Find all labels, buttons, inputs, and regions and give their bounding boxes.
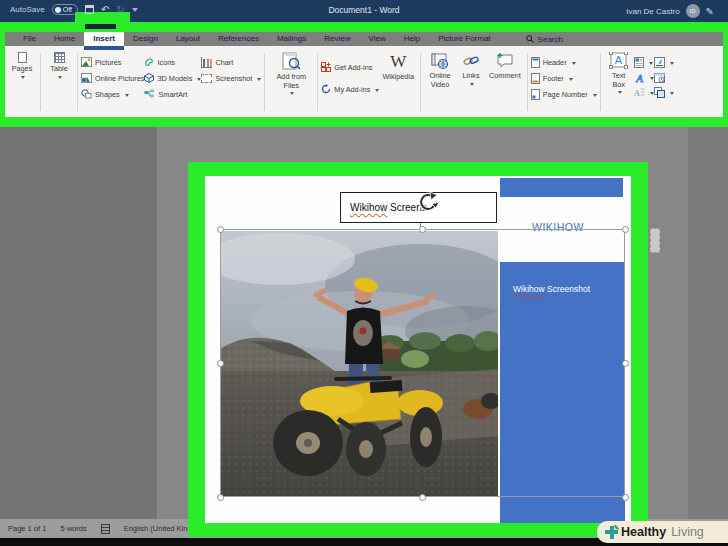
highlight-band-right — [723, 22, 728, 127]
redo-icon[interactable]: ↻ — [116, 5, 124, 15]
chevron-down-icon — [593, 94, 597, 97]
autosave-toggle[interactable]: Off — [52, 4, 78, 15]
document-page[interactable]: Wikihow Screens WIKIHOW — [205, 176, 631, 523]
date-time-button[interactable] — [654, 71, 674, 83]
header-button[interactable]: Header — [531, 56, 597, 68]
object-anchor-marker — [650, 228, 660, 253]
page-indicator[interactable]: Page 1 of 1 — [8, 524, 46, 533]
editing-pen-icon[interactable]: ✎ — [706, 6, 714, 17]
3d-models-icon — [144, 73, 154, 83]
drop-cap-button[interactable]: A — [634, 86, 654, 98]
quick-access-toolbar: AutoSave Off ↶ ↻ — [10, 4, 138, 15]
pages-button[interactable]: Pages — [7, 49, 37, 115]
tab-review[interactable]: Review — [315, 32, 359, 46]
avatar[interactable]: ID — [686, 4, 700, 18]
textbox-text-misspelled: Wikihow — [350, 202, 387, 213]
search-label: Search — [538, 35, 563, 44]
wikipedia-button[interactable]: W Wikipedia — [379, 49, 417, 115]
tab-mailings[interactable]: Mailings — [268, 32, 315, 46]
chevron-down-icon — [257, 78, 261, 81]
header-icon — [531, 57, 540, 68]
selection-handle-bottom-center[interactable] — [419, 494, 426, 501]
object-button[interactable] — [654, 86, 674, 98]
svg-text:A: A — [634, 88, 641, 98]
text-box-button[interactable]: A Text Box — [604, 49, 634, 115]
svg-text:A: A — [635, 72, 643, 83]
selection-handle-bottom-left[interactable] — [217, 494, 224, 501]
links-button[interactable]: Links — [456, 49, 486, 115]
selection-handle-top-right[interactable] — [622, 226, 629, 233]
table-button[interactable]: Table — [44, 49, 74, 115]
illustrations-col1: Pictures Online Pictures Shapes — [81, 49, 144, 115]
tab-design[interactable]: Design — [124, 32, 167, 46]
chevron-down-icon — [21, 76, 25, 79]
add-from-files-button[interactable]: Add from Files — [268, 49, 314, 115]
document-highlight-frame: Wikihow Screens WIKIHOW — [188, 162, 648, 537]
selection-handle-top-center[interactable] — [419, 226, 426, 233]
quick-parts-button[interactable] — [634, 56, 654, 68]
tab-help[interactable]: Help — [395, 32, 429, 46]
autosave-state: Off — [63, 6, 72, 13]
my-addins-button[interactable]: My Add-ins — [321, 83, 379, 95]
chevron-down-icon — [670, 62, 674, 65]
wordart-button[interactable]: A — [634, 71, 654, 83]
chevron-down-icon — [125, 94, 129, 97]
3d-models-button[interactable]: 3D Models — [144, 72, 201, 84]
comment-button[interactable]: Comment — [486, 49, 524, 115]
get-addins-button[interactable]: Get Add-ins — [321, 61, 379, 73]
selection-handle-top-left[interactable] — [217, 226, 224, 233]
text-group-col2 — [654, 49, 674, 115]
tab-view[interactable]: View — [359, 32, 394, 46]
pictures-icon — [81, 57, 92, 67]
tab-insert[interactable]: Insert — [84, 32, 124, 46]
quick-parts-icon — [634, 57, 644, 68]
add-from-files-icon — [281, 52, 301, 71]
chevron-down-icon — [670, 92, 674, 95]
screenshot-button[interactable]: Screenshot — [201, 72, 261, 84]
footer-button[interactable]: Footer — [531, 72, 597, 84]
shapes-button[interactable]: Shapes — [81, 88, 144, 100]
page-number-button[interactable]: Page Number — [531, 88, 597, 100]
online-video-button[interactable]: Online Video — [424, 49, 456, 115]
chevron-down-icon — [649, 62, 653, 65]
customize-toolbar-caret-icon[interactable] — [132, 8, 138, 12]
tab-file[interactable]: File — [14, 32, 45, 46]
signature-line-button[interactable] — [654, 56, 674, 68]
save-icon[interactable] — [85, 5, 94, 14]
header-footer-col: Header Footer Page Number — [531, 49, 597, 115]
undo-icon[interactable]: ↶ — [101, 5, 109, 15]
selection-frame[interactable] — [220, 229, 625, 497]
comment-icon — [495, 52, 514, 70]
illustrations-col3: Chart Screenshot — [201, 49, 261, 115]
pictures-button[interactable]: Pictures — [81, 56, 144, 68]
chevron-down-icon — [618, 91, 622, 94]
text-box-icon: A — [609, 52, 628, 70]
online-pictures-icon — [81, 73, 92, 83]
illustrations-col2: Icons 3D Models SmartArt — [144, 49, 201, 115]
word-count[interactable]: 5 words — [60, 524, 86, 533]
healthy-living-watermark: Healthy Living — [597, 521, 728, 543]
proofing-icon[interactable] — [101, 524, 110, 534]
online-pictures-button[interactable]: Online Pictures — [81, 72, 144, 84]
ribbon-tabs: File Home Insert Design Layout Reference… — [0, 32, 728, 46]
highlight-band-left — [0, 22, 5, 127]
highlight-band-bottom — [0, 117, 728, 127]
online-video-icon — [431, 52, 449, 70]
tab-layout[interactable]: Layout — [167, 32, 209, 46]
icons-button[interactable]: Icons — [144, 56, 201, 68]
shapes-icon — [81, 89, 92, 99]
account-area: Ivan De Castro ID ✎ — [626, 4, 714, 18]
search-box[interactable]: Search — [526, 32, 563, 46]
chart-button[interactable]: Chart — [201, 56, 261, 68]
selection-handle-mid-right[interactable] — [622, 360, 629, 367]
tab-picture-format[interactable]: Picture Format — [429, 32, 499, 46]
decorative-blue-bar[interactable] — [500, 178, 623, 197]
tab-home[interactable]: Home — [45, 32, 84, 46]
watermark-text-light: Living — [671, 525, 704, 539]
get-addins-icon — [321, 62, 331, 72]
workspace-background-left — [0, 127, 157, 519]
selection-handle-mid-left[interactable] — [217, 360, 224, 367]
tab-references[interactable]: References — [209, 32, 268, 46]
selection-handle-bottom-right[interactable] — [622, 494, 629, 501]
smartart-button[interactable]: SmartArt — [144, 88, 201, 100]
